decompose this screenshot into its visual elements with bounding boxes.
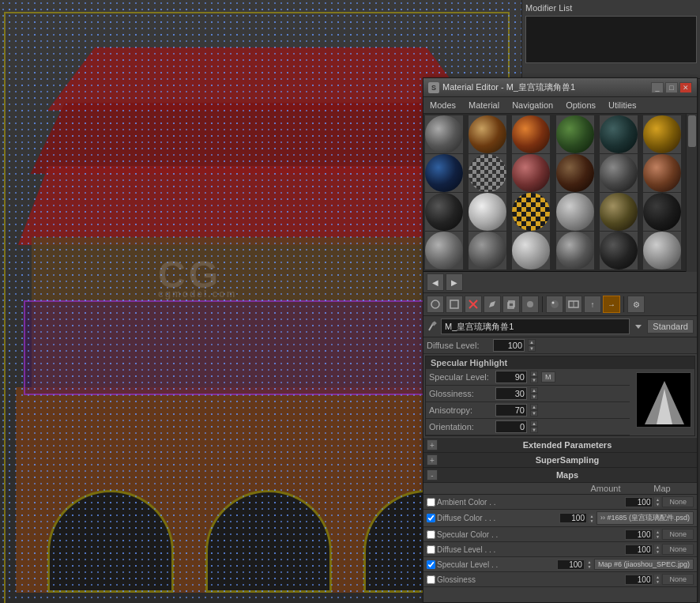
diffuse-color-map-btn[interactable]: ›› #1685 (皇宫琉璃配件.psd) — [597, 511, 694, 525]
diffuse-color-down[interactable]: ▼ — [589, 518, 595, 523]
specular-color-down[interactable]: ▼ — [654, 534, 660, 539]
menu-utilities[interactable]: Utilities — [605, 99, 639, 111]
specular-color-map-btn[interactable]: None — [662, 529, 694, 540]
scroll-right-btn[interactable]: ▶ — [446, 273, 463, 291]
material-cell-8[interactable] — [512, 154, 550, 192]
glossiness-map-btn[interactable]: None — [662, 574, 694, 585]
copy-btn[interactable] — [502, 296, 520, 313]
grid-scrollbar-thumb[interactable] — [688, 115, 696, 147]
specular-level-map-spinner: ▲ ▼ — [586, 560, 593, 569]
standard-button[interactable]: Standard — [647, 319, 694, 334]
get-material-btn[interactable] — [427, 296, 444, 313]
assign-material-btn[interactable] — [446, 296, 463, 313]
go-forward-btn[interactable]: → — [603, 296, 620, 313]
specular-color-checkbox[interactable] — [427, 530, 435, 539]
menu-material[interactable]: Material — [465, 99, 502, 111]
material-editor-title: Material Editor - M_皇宫琉璃角兽1 — [442, 81, 575, 93]
glossiness-map-checkbox[interactable] — [427, 575, 435, 584]
paste-btn[interactable] — [521, 296, 539, 313]
material-cell-4[interactable] — [600, 115, 638, 153]
material-cell-6[interactable] — [425, 154, 463, 192]
diffuse-level-map-checkbox[interactable] — [427, 545, 435, 554]
diffuse-level-map-down[interactable]: ▼ — [654, 549, 660, 554]
material-cell-20[interactable] — [512, 232, 550, 269]
material-cell-11[interactable] — [643, 154, 681, 192]
material-cell-12[interactable] — [425, 193, 463, 231]
material-cell-22[interactable] — [600, 232, 638, 269]
ambient-down[interactable]: ▼ — [654, 502, 660, 507]
specular-level-input[interactable] — [495, 371, 527, 383]
material-cell-3[interactable] — [556, 115, 594, 153]
diffuse-color-amount[interactable] — [559, 513, 587, 523]
glossiness-up[interactable]: ▲ — [530, 387, 538, 394]
diffuse-color-checkbox[interactable] — [427, 514, 435, 522]
maps-toggle[interactable]: - — [427, 469, 438, 481]
reset-btn[interactable] — [465, 296, 482, 313]
options-btn[interactable]: ⚙ — [627, 296, 645, 313]
dropdown-arrow-icon — [633, 321, 644, 332]
diffuse-level-input[interactable] — [493, 339, 525, 352]
menu-options[interactable]: Options — [563, 99, 599, 111]
material-cell-21[interactable] — [556, 232, 594, 269]
maps-section[interactable]: - Maps — [423, 468, 697, 483]
anisotropy-input[interactable] — [495, 404, 527, 416]
specular-level-map-btn[interactable]: Map #6 (jiaoshou_SPEC.jpg) — [594, 559, 694, 570]
scroll-left-btn[interactable]: ◀ — [427, 273, 444, 291]
material-cell-14[interactable] — [512, 193, 550, 231]
supersampling-section[interactable]: + SuperSampling — [423, 453, 697, 468]
material-cell-5[interactable] — [643, 115, 681, 153]
map-row-ambient: Ambient Color . . ▲ ▼ None — [423, 495, 697, 510]
diffuse-level-up[interactable]: ▲ — [528, 339, 536, 345]
material-cell-15[interactable] — [556, 193, 594, 231]
material-cell-23[interactable] — [643, 232, 681, 269]
specular-level-map-amount[interactable] — [557, 560, 585, 570]
anisotropy-up[interactable]: ▲ — [530, 404, 538, 410]
orientation-up[interactable]: ▲ — [530, 420, 538, 427]
material-cell-1[interactable] — [469, 115, 506, 153]
specular-level-up[interactable]: ▲ — [530, 371, 538, 377]
material-cell-10[interactable] — [600, 154, 638, 192]
orientation-input[interactable] — [495, 420, 527, 433]
go-to-parent-btn[interactable]: ↑ — [584, 296, 601, 313]
diffuse-level-map-amount[interactable] — [625, 545, 653, 555]
material-cell-2[interactable] — [512, 115, 550, 153]
specular-color-amount[interactable] — [625, 530, 653, 540]
material-cell-18[interactable] — [425, 232, 463, 269]
specular-level-m-btn[interactable]: M — [541, 371, 555, 383]
anisotropy-down[interactable]: ▼ — [530, 410, 538, 416]
close-button[interactable]: ✕ — [679, 82, 692, 93]
material-cell-13[interactable] — [469, 193, 506, 231]
diffuse-level-map-btn[interactable]: None — [662, 544, 694, 555]
material-cell-19[interactable] — [469, 232, 506, 269]
material-cell-16[interactable] — [600, 193, 638, 231]
extended-params-section[interactable]: + Extended Parameters — [423, 438, 697, 453]
ambient-color-map-btn[interactable]: None — [662, 496, 694, 507]
orientation-down[interactable]: ▼ — [530, 427, 538, 433]
minimize-button[interactable]: _ — [651, 82, 664, 93]
show-in-viewport-btn[interactable] — [565, 296, 582, 313]
extended-params-toggle[interactable]: + — [427, 439, 438, 450]
supersampling-toggle[interactable]: + — [427, 454, 438, 465]
material-name-input[interactable] — [441, 318, 630, 334]
ambient-color-checkbox[interactable] — [427, 498, 435, 507]
menu-modes[interactable]: Modes — [427, 99, 459, 111]
grid-scrollbar[interactable] — [686, 114, 697, 272]
glossiness-input[interactable] — [495, 387, 527, 400]
material-cell-0[interactable] — [425, 115, 463, 153]
material-cell-9[interactable] — [556, 154, 594, 192]
material-cell-17[interactable] — [643, 193, 681, 231]
specular-level-map-checkbox[interactable] — [427, 560, 435, 569]
modifier-list-box[interactable] — [525, 16, 697, 63]
glossiness-map-down[interactable]: ▼ — [654, 579, 660, 584]
specular-level-down[interactable]: ▼ — [530, 377, 538, 383]
maximize-button[interactable]: □ — [665, 82, 678, 93]
material-cell-7[interactable] — [469, 154, 506, 192]
glossiness-down[interactable]: ▼ — [530, 394, 538, 400]
render-preview-btn[interactable] — [546, 296, 563, 313]
pick-material-btn[interactable] — [484, 296, 501, 313]
ambient-color-amount[interactable] — [625, 497, 653, 507]
glossiness-map-amount[interactable] — [625, 575, 653, 585]
diffuse-level-down[interactable]: ▼ — [528, 345, 536, 352]
specular-level-map-down[interactable]: ▼ — [586, 564, 593, 569]
menu-navigation[interactable]: Navigation — [509, 99, 556, 111]
